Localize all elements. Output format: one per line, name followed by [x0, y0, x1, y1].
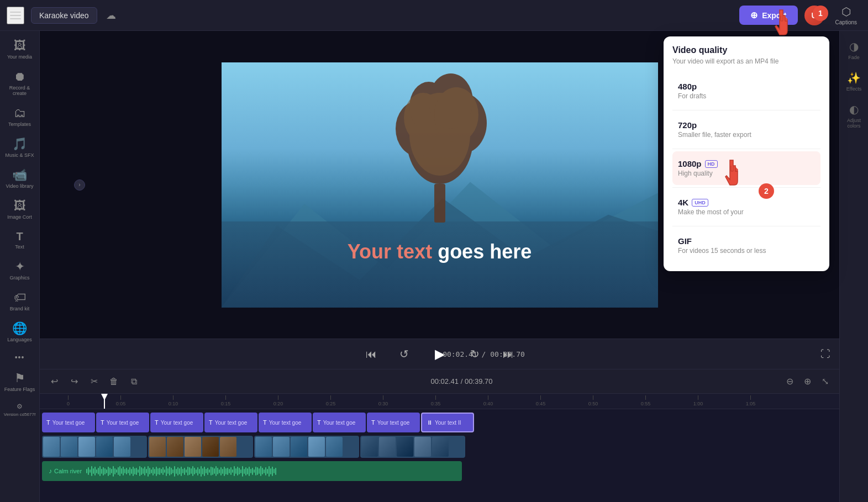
- sidebar-item-label: Your media: [7, 54, 32, 60]
- video-clip-4[interactable]: [360, 436, 465, 458]
- text-clip-3[interactable]: TYour text goe: [150, 413, 203, 432]
- fullscreen-button[interactable]: ⛶: [820, 348, 830, 360]
- adjust-colors-label: Adjust colors: [842, 118, 866, 129]
- quality-divider-3: [672, 187, 820, 188]
- sidebar-item-image-library[interactable]: 🖼 Image Cort: [0, 195, 39, 224]
- quality-option-1080p[interactable]: 1080p HD High quality: [672, 151, 820, 185]
- timeline-toolbar: ↩ ↪ ✂ 🗑 ⧉ 00:02.41 / 00:39.70 ⊖ ⊕ ⤡: [40, 369, 839, 394]
- ruler-mark-5: 0:05: [94, 395, 147, 406]
- sidebar-item-record-create[interactable]: ⏺ Record & create: [0, 66, 39, 101]
- svg-point-10: [434, 87, 478, 142]
- your-media-icon: 🖼: [14, 40, 26, 52]
- project-name[interactable]: Karaoke video: [31, 7, 97, 24]
- zoom-out-button[interactable]: ⊖: [782, 374, 797, 389]
- right-panel-fade[interactable]: ◑ Fade: [840, 35, 868, 65]
- video-clips-container: [42, 436, 465, 458]
- quality-divider-1: [672, 110, 820, 110]
- export-button[interactable]: ⊕ Export: [739, 6, 797, 25]
- captions-button[interactable]: ⬡ Captions: [831, 3, 861, 28]
- quality-480p-label: 480p: [678, 82, 815, 91]
- quality-option-720p[interactable]: 720p Smaller file, faster export: [672, 113, 820, 146]
- sidebar-item-text[interactable]: T Text: [0, 226, 39, 254]
- tracks-area: TYour text goe TYour text goe TYour text…: [40, 409, 839, 502]
- sidebar-item-feature-flags[interactable]: ⚑ Feature Flags: [0, 368, 39, 397]
- user-avatar[interactable]: U: [804, 6, 824, 25]
- sidebar-item-graphics[interactable]: ✦ Graphics: [0, 256, 39, 285]
- clip-text-icon: ⏸: [427, 419, 433, 426]
- video-clip-2[interactable]: [148, 436, 253, 458]
- audio-label: ♪ Calm river: [49, 467, 82, 475]
- sidebar-item-more[interactable]: •••: [0, 349, 39, 366]
- ruler-mark-55: 0:55: [619, 395, 672, 406]
- quality-4k-desc: Make the most of your: [678, 208, 815, 216]
- sidebar-item-video-library[interactable]: 📹 Video library: [0, 165, 39, 193]
- clip-text-icon: T: [317, 419, 321, 426]
- effects-label: Effects: [846, 86, 861, 92]
- svg-rect-2: [434, 184, 445, 223]
- clip-text-icon: T: [209, 419, 213, 426]
- playhead[interactable]: [104, 394, 105, 409]
- right-panel-effects[interactable]: ✨ Effects: [840, 67, 868, 96]
- sidebar-item-label: Languages: [7, 337, 32, 342]
- ruler-mark-15: 0:15: [199, 395, 252, 406]
- sidebar-item-label: Video library: [6, 183, 34, 189]
- record-create-icon: ⏺: [14, 71, 26, 83]
- video-clip-3[interactable]: [254, 436, 359, 458]
- sidebar-item-brand-kit[interactable]: 🏷 Brand kit: [0, 287, 39, 316]
- sidebar-item-languages[interactable]: 🌐 Languages: [0, 318, 39, 347]
- text-icon: T: [16, 231, 23, 242]
- skip-back-button[interactable]: ⏮: [361, 344, 381, 364]
- text-clip-5[interactable]: TYour text goe: [259, 413, 312, 432]
- audio-waveform: [86, 466, 455, 477]
- quality-option-480p[interactable]: 480p For drafts: [672, 74, 820, 108]
- quality-option-4k[interactable]: 4K UHD Make the most of your: [672, 190, 820, 224]
- feature-flags-icon: ⚑: [14, 372, 25, 384]
- ruler-mark-10: 0:10: [147, 395, 199, 406]
- clip-text-icon: T: [46, 419, 50, 426]
- text-clip-7[interactable]: TYour text goe: [367, 413, 420, 432]
- redo-button[interactable]: ↪: [66, 374, 82, 389]
- text-clip-6[interactable]: TYour text goe: [313, 413, 366, 432]
- captions-icon: ⬡: [841, 5, 851, 18]
- clip-text-icon: T: [101, 419, 104, 426]
- ruler-mark-20: 0:20: [252, 395, 304, 406]
- duplicate-button[interactable]: ⧉: [126, 374, 141, 389]
- image-library-icon: 🖼: [14, 200, 26, 212]
- text-clip-8[interactable]: ⏸Your text II: [421, 413, 474, 432]
- quality-720p-desc: Smaller file, faster export: [678, 131, 815, 139]
- sidebar-item-templates[interactable]: 🗂 Templates: [0, 103, 39, 131]
- time-display: 00:02.41 / 00:39.70: [443, 350, 525, 358]
- right-panel-adjust-colors[interactable]: ◐ Adjust colors: [840, 98, 868, 133]
- menu-button[interactable]: [7, 7, 24, 24]
- version-icon: ⚙: [17, 403, 23, 410]
- ruler-mark-105: 1:05: [724, 395, 777, 406]
- right-panel: ◑ Fade ✨ Effects ◐ Adjust colors: [839, 31, 868, 502]
- video-clip-1[interactable]: [42, 436, 147, 458]
- sidebar-collapse-button[interactable]: ›: [74, 179, 85, 191]
- undo-button[interactable]: ↩: [46, 374, 62, 389]
- ruler-mark-0: 0: [42, 395, 94, 406]
- templates-icon: 🗂: [14, 107, 26, 119]
- ruler-mark-30: 0:30: [357, 395, 409, 406]
- zoom-in-button[interactable]: ⊕: [799, 374, 815, 389]
- sidebar-item-label: Image Cort: [7, 214, 32, 220]
- text-clip-2[interactable]: TYour text goe: [96, 413, 149, 432]
- delete-button[interactable]: 🗑: [106, 374, 122, 389]
- sidebar-item-music[interactable]: 🎵 Music & SFX: [0, 134, 39, 162]
- sidebar-item-your-media[interactable]: 🖼 Your media: [0, 35, 39, 64]
- left-sidebar: 🖼 Your media ⏺ Record & create 🗂 Templat…: [0, 31, 40, 502]
- sidebar-item-version[interactable]: ⚙ Version cd5677f: [0, 399, 39, 421]
- cut-button[interactable]: ✂: [86, 374, 102, 389]
- uhd-badge: UHD: [692, 199, 708, 207]
- rewind-5s-button[interactable]: ↺: [394, 344, 414, 364]
- zoom-fit-button[interactable]: ⤡: [817, 374, 833, 389]
- sidebar-item-label: Music & SFX: [5, 152, 34, 158]
- quality-option-gif[interactable]: GIF For videos 15 seconds or less: [672, 229, 820, 262]
- quality-1080p-desc: High quality: [678, 170, 815, 177]
- quality-gif-label: GIF: [678, 236, 815, 246]
- audio-track: ♪ Calm river: [42, 460, 839, 482]
- text-clip-4[interactable]: TYour text goe: [204, 413, 257, 432]
- text-clip-1[interactable]: TYour text goe: [42, 413, 95, 432]
- export-plus-icon: ⊕: [750, 10, 757, 20]
- audio-clip[interactable]: ♪ Calm river: [42, 461, 462, 481]
